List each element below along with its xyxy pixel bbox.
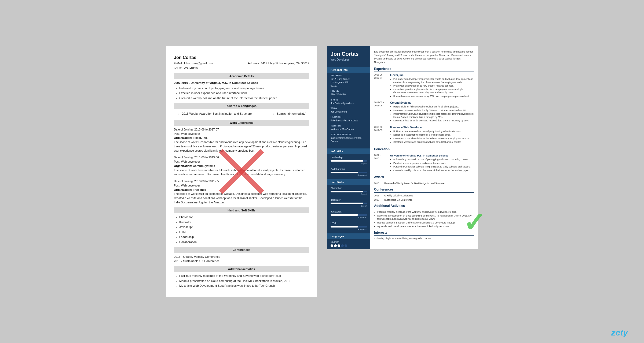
- edu-uva: 2007 -2010 University of Virginia, M.S. …: [374, 154, 474, 173]
- exp-corend-details: Corend Systems Responsible for full stac…: [390, 101, 474, 123]
- language-list: Spanish (intermediate): [271, 111, 306, 117]
- exp-freelance-bullets: Built an ecommerce webapp to sell potty …: [390, 130, 474, 144]
- skill-html-bar: [331, 226, 358, 228]
- email-item: E-mail JonCortas@gmail.com: [331, 98, 367, 105]
- exp-flexor-details: Flexor, Inc. Full stack web developer re…: [390, 73, 474, 98]
- skill-html-level: Advanced: [331, 228, 367, 231]
- email-val: JonCortas@gmail.com: [331, 102, 367, 105]
- lang-dots: [331, 244, 367, 247]
- interests-section-title: Interests: [374, 230, 474, 236]
- right-job-title: Web Developer: [331, 58, 367, 62]
- awards-header: Awards & Languages: [174, 103, 309, 109]
- resume-left: Jon Cortas E-Mail: Johncortas@gmail.com …: [166, 46, 317, 297]
- award-list: 2015 Webby Award for Best Navigation and…: [177, 111, 252, 117]
- skill-html-bar-bg: [331, 226, 367, 228]
- hard-skills-container: Photoshop Expert Illustrator Expert Java…: [327, 185, 370, 231]
- right-activity-2: Delivered a presentation on cloud comput…: [377, 214, 474, 221]
- conf-sustainable-text: Sustainable UX Conference: [384, 199, 474, 202]
- skill-photoshop-bar: [331, 191, 363, 192]
- right-name: Jon Cortas: [331, 51, 367, 57]
- left-address: Address: 1417 Libby St Los Angeles, CA, …: [248, 61, 309, 66]
- exp-freelance-company: Freelance Web Developer: [390, 126, 474, 129]
- address-item: Address 1417 Libby StreetLos Angeles, CA…: [331, 74, 367, 88]
- academic-bullet-3: Created a weekly column on the future of…: [179, 96, 309, 100]
- skills-header: Hard and Soft Skills: [174, 207, 309, 214]
- academic-bullet-1: Followed my passion of prototyping and c…: [179, 86, 309, 91]
- activity-2: Made a presentation on cloud computing a…: [179, 279, 309, 283]
- exp-flexor-company: Flexor, Inc.: [390, 73, 474, 77]
- exp-freelance: 2010-06 -2011-05 Freelance Web Developer…: [374, 126, 474, 144]
- dot-3: [338, 244, 340, 247]
- right-activity-3: Regular attendee, Southern California We…: [377, 221, 474, 225]
- sidebar-top: Jon Cortas Web Developer: [327, 46, 370, 65]
- linkedin-label: LinkedIn: [331, 116, 367, 119]
- job2-org: Organization: Corend Systems: [174, 164, 309, 168]
- skill-illustrator-name: Illustrator: [331, 198, 367, 202]
- left-contact: E-Mail: Johncortas@gmail.com Address: 14…: [174, 61, 309, 66]
- personal-info-label: Personal Info: [327, 67, 370, 73]
- exp-flexor-date: 2013-06 -2017-07: [374, 73, 388, 98]
- skill-collaboration-bar-bg: [331, 172, 367, 173]
- left-phone: Tel: 310-242-0196: [174, 66, 309, 70]
- sidebar: Jon Cortas Web Developer Personal Info A…: [327, 46, 370, 249]
- conf-oreilly-text: O'Reilly Velocity Conference: [384, 194, 474, 197]
- award-section-title: Award: [374, 175, 474, 180]
- personal-info-block: Address 1417 Libby StreetLos Angeles, CA…: [327, 73, 370, 147]
- www-item: WWW JonCortas.com: [331, 107, 367, 113]
- conf-sustainable-year: 2015: [374, 199, 382, 202]
- phone-item: Phone 310-242-0196: [331, 90, 367, 96]
- skill-javascript-level: Advanced: [331, 216, 367, 219]
- skill-1: Photoshop: [179, 215, 309, 219]
- award-year: 2015: [374, 182, 382, 185]
- activities-header: Additonal activities: [174, 266, 309, 272]
- conf-1: 2016 - O'Reilly Velocity Conference: [174, 255, 309, 259]
- job2-date: Date of Joining: 2011-05 to 2013-06: [174, 155, 309, 160]
- skill-javascript-bar: [331, 214, 358, 216]
- skill-javascript: Javascript Advanced: [327, 210, 370, 219]
- skill-leadership: Leadership Expert: [327, 156, 370, 165]
- skill-collaboration-name: Collaboration: [331, 167, 367, 171]
- skill-javascript-bar-bg: [331, 214, 367, 216]
- zety-logo: zety: [611, 328, 628, 338]
- activities-section-title: Additional Activities: [374, 204, 474, 209]
- skill-illustrator-bar: [331, 203, 363, 204]
- dot-5: [345, 244, 347, 247]
- edu-uva-details: University of Virginia, M.S. in Computer…: [390, 154, 474, 173]
- experience-section-title: Experience: [374, 67, 474, 72]
- academic-bullet-2: Excelled in user experience and user int…: [179, 91, 309, 95]
- stackoverflow-val: stackoverflow.com/users/Jon-Cortas: [331, 136, 367, 143]
- job1-scope: The scope of work: Responsible for end-t…: [174, 140, 309, 153]
- right-activity-4: My article Web Development Best Practice…: [377, 225, 474, 228]
- skill-leadership-level: Expert: [331, 162, 367, 165]
- skill-leadership-name: Leadership: [331, 156, 367, 159]
- right-activity-1: Facilitate monthly meetings of the Webfi…: [377, 211, 474, 214]
- skill-collaboration: Collaboration Advanced: [327, 167, 370, 177]
- left-name: Jon Cortas: [174, 54, 309, 61]
- phone-label: Phone: [331, 90, 367, 93]
- language-spanish: Spanish: [327, 239, 370, 249]
- activities-list-right: Facilitate monthly meetings of the Webfi…: [374, 211, 474, 228]
- job3-date: Date of Joining: 2010-06 to 2011-05: [174, 179, 309, 184]
- job1-date: Date of Joining: 2013-06 to 2017-07: [174, 128, 309, 132]
- activities-list-left: Facilitate monthly meetings of the Webfi…: [174, 274, 309, 288]
- skill-2: Illustrator: [179, 220, 309, 225]
- skill-illustrator: Illustrator Expert: [327, 198, 370, 207]
- phone-val: 310-242-0196: [331, 93, 367, 96]
- conferences-section-title: Conferences: [374, 187, 474, 193]
- skill-leadership-bar: [331, 160, 363, 162]
- job2-scope: The scope of work: Responsible for full …: [174, 168, 309, 177]
- resume-right: Jon Cortas Web Developer Personal Info A…: [327, 46, 478, 249]
- twitter-label: Twitter: [331, 124, 367, 128]
- job-3: Date of Joining: 2010-06 to 2011-05 Post…: [174, 179, 309, 205]
- job3-scope: The scope of work: Built an ecommerce we…: [174, 192, 309, 204]
- job1-org: Organization: Flexor, Inc.: [174, 136, 309, 140]
- conf-oreilly: 2016 O'Reilly Velocity Conference: [374, 194, 474, 197]
- skill-html-name: HTML: [331, 222, 367, 225]
- job3-post: Post: Web developer: [174, 184, 309, 188]
- dot-1: [331, 244, 333, 247]
- activity-1: Facilitate monthly meetings of the Webfi…: [179, 274, 309, 278]
- job2-post: Post: Web developer: [174, 160, 309, 164]
- conferences-header: Conferences: [174, 247, 309, 253]
- skill-photoshop-level: Expert: [331, 193, 367, 196]
- exp-corend: 2011-05 -2013-06 Corend Systems Responsi…: [374, 101, 474, 123]
